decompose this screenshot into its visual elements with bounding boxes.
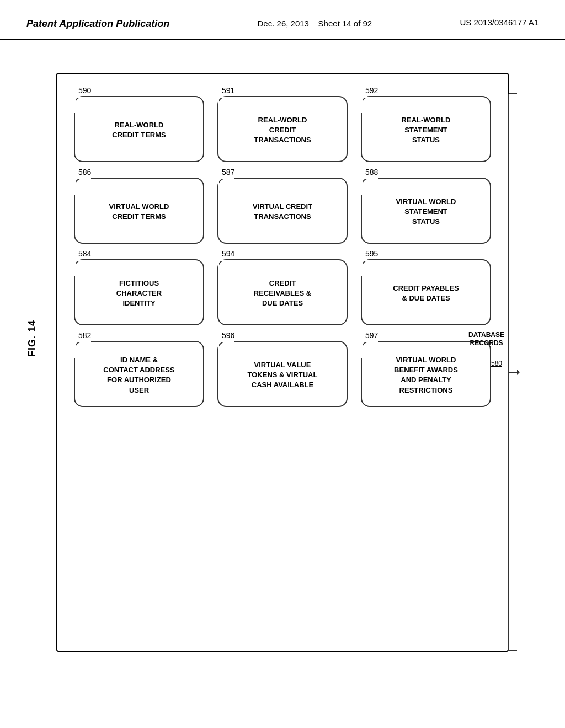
patent-number: US 2013/0346177 A1 <box>460 18 539 27</box>
diagram-grid: 590REAL-WORLD CREDIT TERMS591REAL-WORLD … <box>74 96 491 407</box>
box-text: CREDIT RECEIVABLES & DUE DATES <box>254 279 312 309</box>
box-text: VIRTUAL CREDIT TRANSACTIONS <box>253 202 312 222</box>
diagram-box: 584FICTITIOUS CHARACTER IDENTITY <box>74 259 204 325</box>
diagram-box: 588VIRTUAL WORLD STATEMENT STATUS <box>361 178 491 244</box>
box-text: FICTITIOUS CHARACTER IDENTITY <box>116 279 162 309</box>
box-text: CREDIT PAYABLES & DUE DATES <box>393 283 459 303</box>
box-ref-number: 594 <box>222 249 234 258</box>
box-ref-number: 586 <box>78 168 91 176</box>
box-text: VIRTUAL WORLD STATEMENT STATUS <box>396 197 456 227</box>
box-ref-number: 582 <box>78 331 91 340</box>
diagram-box: 594CREDIT RECEIVABLES & DUE DATES <box>217 259 348 325</box>
box-text: REAL-WORLD CREDIT TRANSACTIONS <box>254 115 311 146</box>
db-records-ref: 580 <box>491 360 502 367</box>
diagram-box: 591REAL-WORLD CREDIT TRANSACTIONS <box>217 96 348 162</box>
box-text: VIRTUAL WORLD CREDIT TERMS <box>109 202 169 222</box>
box-ref-number: 595 <box>365 249 378 258</box>
box-ref-number: 584 <box>78 249 91 258</box>
box-text: VIRTUAL WORLD BENEFIT AWARDS AND PENALTY… <box>394 355 458 395</box>
svg-marker-4 <box>517 370 520 375</box>
header-center: Dec. 26, 2013 Sheet 14 of 92 <box>258 18 372 29</box>
diagram-box: 595CREDIT PAYABLES & DUE DATES <box>361 259 491 325</box>
diagram-box: 590REAL-WORLD CREDIT TERMS <box>74 96 204 162</box>
figure-label: FIG. 14 <box>26 320 38 357</box>
box-text: VIRTUAL VALUE TOKENS & VIRTUAL CASH AVAI… <box>248 360 318 390</box>
diagram-container: 590REAL-WORLD CREDIT TERMS591REAL-WORLD … <box>56 73 509 652</box>
box-ref-number: 590 <box>78 86 91 95</box>
diagram-box: 597VIRTUAL WORLD BENEFIT AWARDS AND PENA… <box>361 341 491 407</box>
box-ref-number: 587 <box>222 168 234 176</box>
date-label: Dec. 26, 2013 <box>258 19 309 28</box>
box-text: REAL-WORLD CREDIT TERMS <box>112 120 166 140</box>
diagram-box: 582ID NAME & CONTACT ADDRESS FOR AUTHORI… <box>74 341 204 407</box>
db-records-label: DATABASE RECORDS <box>468 331 504 348</box>
box-ref-number: 597 <box>365 331 378 340</box>
box-ref-number: 591 <box>222 86 234 95</box>
diagram-box: 592REAL-WORLD STATEMENT STATUS <box>361 96 491 162</box>
sheet-label: Sheet 14 of 92 <box>318 19 372 28</box>
page-header: Patent Application Publication Dec. 26, … <box>0 0 565 40</box>
box-ref-number: 596 <box>222 331 234 340</box>
diagram-box: 586VIRTUAL WORLD CREDIT TERMS <box>74 178 204 244</box>
box-ref-number: 588 <box>365 168 378 176</box>
publication-label: Patent Application Publication <box>26 18 169 30</box>
diagram-box: 596VIRTUAL VALUE TOKENS & VIRTUAL CASH A… <box>217 341 348 407</box>
box-text: REAL-WORLD STATEMENT STATUS <box>402 115 451 146</box>
box-ref-number: 592 <box>365 86 378 95</box>
diagram-box: 587VIRTUAL CREDIT TRANSACTIONS <box>217 178 348 244</box>
box-text: ID NAME & CONTACT ADDRESS FOR AUTHORIZED… <box>103 355 174 395</box>
